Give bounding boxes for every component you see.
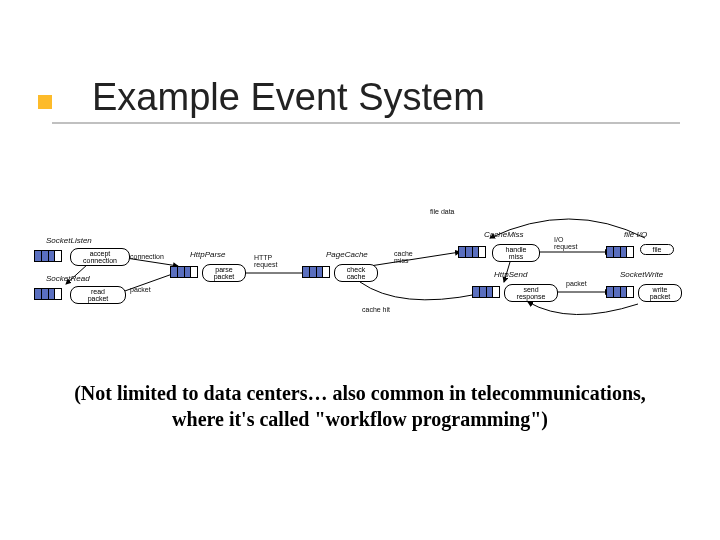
edge-io-request: I/Orequest xyxy=(554,236,577,250)
queue-icon xyxy=(34,250,62,262)
event-check-cache: checkcache xyxy=(334,264,378,282)
queue-icon xyxy=(606,246,634,258)
edge-packet1: packet xyxy=(130,286,151,293)
event-system-diagram: SocketListen acceptconnection SocketRead… xyxy=(30,218,690,328)
title-underline xyxy=(52,122,680,124)
module-http-send: HttpSend xyxy=(494,270,527,279)
queue-icon xyxy=(472,286,500,298)
event-read-packet: readpacket xyxy=(70,286,126,304)
edge-cache-hit: cache hit xyxy=(362,306,390,313)
title-accent-icon xyxy=(38,95,52,109)
module-page-cache: PageCache xyxy=(326,250,368,259)
queue-icon xyxy=(170,266,198,278)
module-socket-read: SocketRead xyxy=(46,274,90,283)
event-send-response: sendresponse xyxy=(504,284,558,302)
module-cache-miss: CacheMiss xyxy=(484,230,524,239)
page-title: Example Event System xyxy=(92,76,485,119)
event-parse-packet: parsepacket xyxy=(202,264,246,282)
edge-packet2: packet xyxy=(566,280,587,287)
caption-text: (Not limited to data centers… also commo… xyxy=(60,380,660,432)
event-file: file xyxy=(640,244,674,255)
module-http-parse: HttpParse xyxy=(190,250,226,259)
event-write-packet: writepacket xyxy=(638,284,682,302)
title-bar: Example Event System xyxy=(38,72,680,122)
module-socket-write: SocketWrite xyxy=(620,270,663,279)
queue-icon xyxy=(302,266,330,278)
edge-file-data: file data xyxy=(430,208,455,215)
module-file-io: file I/O xyxy=(624,230,647,239)
queue-icon xyxy=(606,286,634,298)
edge-http-request: HTTPrequest xyxy=(254,254,277,268)
queue-icon xyxy=(458,246,486,258)
event-handle-miss: handlemiss xyxy=(492,244,540,262)
module-socket-listen: SocketListen xyxy=(46,236,92,245)
queue-icon xyxy=(34,288,62,300)
event-accept-connection: acceptconnection xyxy=(70,248,130,266)
edge-cache-miss: cachemiss xyxy=(394,250,413,264)
edge-connection: connection xyxy=(130,253,164,260)
